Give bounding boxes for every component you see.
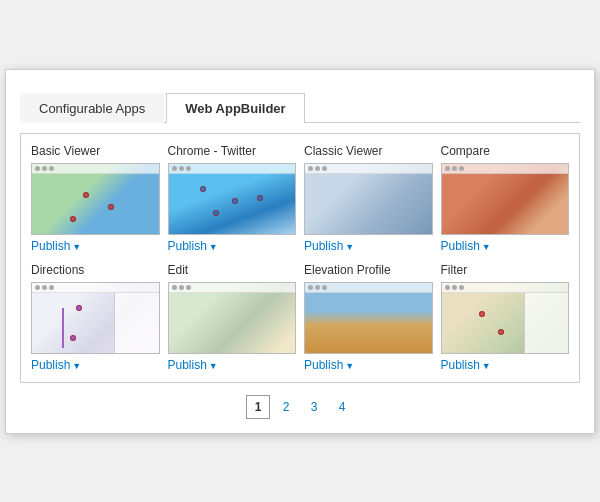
publish-link-compare[interactable]: Publish bbox=[441, 239, 570, 253]
app-item-basic-viewer: Basic ViewerPublish bbox=[31, 144, 160, 253]
page-btn-3[interactable]: 3 bbox=[302, 395, 326, 419]
app-name-basic-viewer: Basic Viewer bbox=[31, 144, 160, 158]
tab-configurable[interactable]: Configurable Apps bbox=[20, 93, 164, 123]
apps-grid: Basic ViewerPublishChrome - TwitterPubli… bbox=[31, 144, 569, 372]
publish-link-directions[interactable]: Publish bbox=[31, 358, 160, 372]
app-thumb-filter[interactable] bbox=[441, 282, 570, 354]
app-name-edit: Edit bbox=[168, 263, 297, 277]
app-item-compare: ComparePublish bbox=[441, 144, 570, 253]
app-thumb-compare[interactable] bbox=[441, 163, 570, 235]
apps-grid-container: Basic ViewerPublishChrome - TwitterPubli… bbox=[20, 133, 580, 383]
app-item-edit: EditPublish bbox=[168, 263, 297, 372]
make-web-app-dialog: Configurable AppsWeb AppBuilder Basic Vi… bbox=[5, 69, 595, 434]
pagination: 1234 bbox=[20, 395, 580, 419]
app-item-filter: FilterPublish bbox=[441, 263, 570, 372]
page-btn-4[interactable]: 4 bbox=[330, 395, 354, 419]
app-thumb-classic-viewer[interactable] bbox=[304, 163, 433, 235]
app-thumb-directions[interactable] bbox=[31, 282, 160, 354]
publish-link-elevation-profile[interactable]: Publish bbox=[304, 358, 433, 372]
app-name-filter: Filter bbox=[441, 263, 570, 277]
app-thumb-edit[interactable] bbox=[168, 282, 297, 354]
publish-link-basic-viewer[interactable]: Publish bbox=[31, 239, 160, 253]
app-item-directions: DirectionsPublish bbox=[31, 263, 160, 372]
page-btn-2[interactable]: 2 bbox=[274, 395, 298, 419]
app-name-elevation-profile: Elevation Profile bbox=[304, 263, 433, 277]
page-btn-1[interactable]: 1 bbox=[246, 395, 270, 419]
app-thumb-elevation-profile[interactable] bbox=[304, 282, 433, 354]
app-name-classic-viewer: Classic Viewer bbox=[304, 144, 433, 158]
publish-link-chrome-twitter[interactable]: Publish bbox=[168, 239, 297, 253]
app-name-directions: Directions bbox=[31, 263, 160, 277]
publish-link-classic-viewer[interactable]: Publish bbox=[304, 239, 433, 253]
tab-webappbuilder[interactable]: Web AppBuilder bbox=[166, 93, 304, 123]
publish-link-filter[interactable]: Publish bbox=[441, 358, 570, 372]
app-item-classic-viewer: Classic ViewerPublish bbox=[304, 144, 433, 253]
app-item-elevation-profile: Elevation ProfilePublish bbox=[304, 263, 433, 372]
tabs-container: Configurable AppsWeb AppBuilder bbox=[20, 92, 580, 123]
app-name-compare: Compare bbox=[441, 144, 570, 158]
publish-link-edit[interactable]: Publish bbox=[168, 358, 297, 372]
app-name-chrome-twitter: Chrome - Twitter bbox=[168, 144, 297, 158]
app-thumb-chrome-twitter[interactable] bbox=[168, 163, 297, 235]
app-thumb-basic-viewer[interactable] bbox=[31, 163, 160, 235]
app-item-chrome-twitter: Chrome - TwitterPublish bbox=[168, 144, 297, 253]
